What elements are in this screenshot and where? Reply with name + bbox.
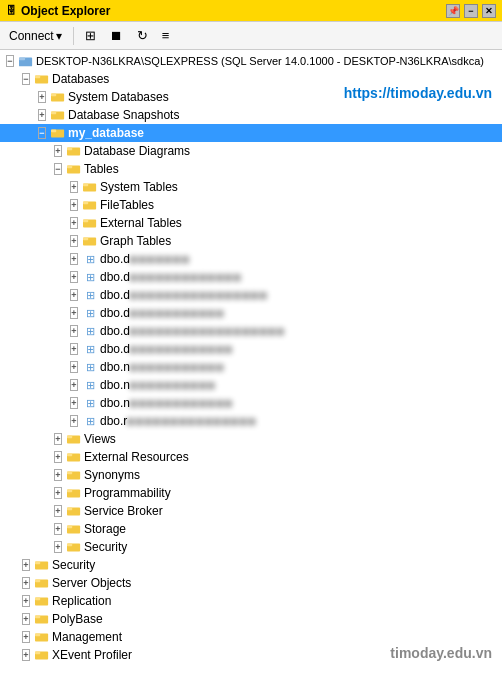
polybase-node[interactable]: PolyBase: [0, 610, 502, 628]
table-row-1-expander[interactable]: [66, 251, 82, 267]
table-row-10-expander[interactable]: [66, 413, 82, 429]
database-snapshots-expander[interactable]: [34, 107, 50, 123]
management-icon: [34, 629, 50, 645]
table-row-1[interactable]: ⊞ dbo.d■■■■■■■: [0, 250, 502, 268]
table-row-2-label: dbo.d■■■■■■■■■■■■■: [100, 270, 242, 284]
filter-button[interactable]: ⊞: [80, 26, 101, 45]
table-row-2[interactable]: ⊞ dbo.d■■■■■■■■■■■■■: [0, 268, 502, 286]
management-expander[interactable]: [18, 629, 34, 645]
table-row-5-expander[interactable]: [66, 323, 82, 339]
external-resources-node[interactable]: External Resources: [0, 448, 502, 466]
system-tables-node[interactable]: System Tables: [0, 178, 502, 196]
server-icon: [18, 53, 34, 69]
my-database-expander[interactable]: [34, 125, 50, 141]
table-row-3-icon: ⊞: [82, 287, 98, 303]
database-diagrams-node[interactable]: Database Diagrams: [0, 142, 502, 160]
programmability-expander[interactable]: [50, 485, 66, 501]
system-databases-node[interactable]: System Databases: [0, 88, 502, 106]
table-row-10[interactable]: ⊞ dbo.r■■■■■■■■■■■■■■■: [0, 412, 502, 430]
refresh-button[interactable]: ↻: [132, 26, 153, 45]
table-row-4[interactable]: ⊞ dbo.d■■■■■■■■■■■: [0, 304, 502, 322]
close-button[interactable]: ✕: [482, 4, 496, 18]
table-row-8-expander[interactable]: [66, 377, 82, 393]
svg-rect-37: [35, 562, 40, 565]
system-databases-expander[interactable]: [34, 89, 50, 105]
svg-rect-9: [51, 130, 56, 133]
table-row-6[interactable]: ⊞ dbo.d■■■■■■■■■■■■: [0, 340, 502, 358]
synonyms-node[interactable]: Synonyms: [0, 466, 502, 484]
table-row-1-icon: ⊞: [82, 251, 98, 267]
views-node[interactable]: Views: [0, 430, 502, 448]
service-broker-icon: [66, 503, 82, 519]
polybase-icon: [34, 611, 50, 627]
table-row-6-icon: ⊞: [82, 341, 98, 357]
polybase-expander[interactable]: [18, 611, 34, 627]
tables-node[interactable]: Tables: [0, 160, 502, 178]
table-row-5[interactable]: ⊞ dbo.d■■■■■■■■■■■■■■■■■■: [0, 322, 502, 340]
table-row-8[interactable]: ⊞ dbo.n■■■■■■■■■■: [0, 376, 502, 394]
dash-button[interactable]: −: [464, 4, 478, 18]
xevent-profiler-node[interactable]: XEvent Profiler: [0, 646, 502, 664]
databases-expander[interactable]: [18, 71, 34, 87]
table-row-7[interactable]: ⊞ dbo.n■■■■■■■■■■■: [0, 358, 502, 376]
security-expander[interactable]: [18, 557, 34, 573]
databases-folder-icon: [34, 71, 50, 87]
management-node[interactable]: Management: [0, 628, 502, 646]
security-sub-icon: [66, 539, 82, 555]
my-database-node[interactable]: my_database: [0, 124, 502, 142]
service-broker-expander[interactable]: [50, 503, 66, 519]
security-node[interactable]: Security: [0, 556, 502, 574]
views-expander[interactable]: [50, 431, 66, 447]
filetables-label: FileTables: [100, 198, 154, 212]
table-row-3-expander[interactable]: [66, 287, 82, 303]
external-tables-expander[interactable]: [66, 215, 82, 231]
svg-rect-11: [67, 148, 72, 151]
databases-node[interactable]: Databases: [0, 70, 502, 88]
storage-node[interactable]: Storage: [0, 520, 502, 538]
database-snapshots-node[interactable]: Database Snapshots: [0, 106, 502, 124]
external-resources-label: External Resources: [84, 450, 189, 464]
server-node[interactable]: DESKTOP-N36LKRA\SQLEXPRESS (SQL Server 1…: [0, 52, 502, 70]
storage-expander[interactable]: [50, 521, 66, 537]
table-row-3[interactable]: ⊞ dbo.d■■■■■■■■■■■■■■■■: [0, 286, 502, 304]
security-sub-expander[interactable]: [50, 539, 66, 555]
replication-node[interactable]: Replication: [0, 592, 502, 610]
table-row-2-expander[interactable]: [66, 269, 82, 285]
storage-icon: [66, 521, 82, 537]
summary-button[interactable]: ≡: [157, 26, 175, 45]
table-row-7-expander[interactable]: [66, 359, 82, 375]
external-resources-expander[interactable]: [50, 449, 66, 465]
server-expander[interactable]: [2, 53, 18, 69]
security-label: Security: [52, 558, 95, 572]
system-tables-expander[interactable]: [66, 179, 82, 195]
synonyms-expander[interactable]: [50, 467, 66, 483]
xevent-expander[interactable]: [18, 647, 34, 663]
server-objects-expander[interactable]: [18, 575, 34, 591]
graph-tables-node[interactable]: Graph Tables: [0, 232, 502, 250]
tables-expander[interactable]: [50, 161, 66, 177]
database-diagrams-expander[interactable]: [50, 143, 66, 159]
svg-rect-17: [83, 202, 88, 205]
filetables-expander[interactable]: [66, 197, 82, 213]
stop-icon: ⏹: [110, 28, 123, 43]
table-row-3-label: dbo.d■■■■■■■■■■■■■■■■: [100, 288, 268, 302]
connect-button[interactable]: Connect ▾: [4, 27, 67, 45]
programmability-node[interactable]: Programmability: [0, 484, 502, 502]
stop-button[interactable]: ⏹: [105, 26, 128, 45]
pin-button[interactable]: 📌: [446, 4, 460, 18]
service-broker-node[interactable]: Service Broker: [0, 502, 502, 520]
programmability-icon: [66, 485, 82, 501]
table-row-4-label: dbo.d■■■■■■■■■■■: [100, 306, 225, 320]
graph-tables-icon: [82, 233, 98, 249]
table-row-4-expander[interactable]: [66, 305, 82, 321]
graph-tables-expander[interactable]: [66, 233, 82, 249]
server-objects-node[interactable]: Server Objects: [0, 574, 502, 592]
table-row-9[interactable]: ⊞ dbo.n■■■■■■■■■■■■: [0, 394, 502, 412]
svg-rect-43: [35, 616, 40, 619]
security-sub-node[interactable]: Security: [0, 538, 502, 556]
table-row-9-expander[interactable]: [66, 395, 82, 411]
filetables-node[interactable]: FileTables: [0, 196, 502, 214]
table-row-6-expander[interactable]: [66, 341, 82, 357]
replication-expander[interactable]: [18, 593, 34, 609]
external-tables-node[interactable]: External Tables: [0, 214, 502, 232]
